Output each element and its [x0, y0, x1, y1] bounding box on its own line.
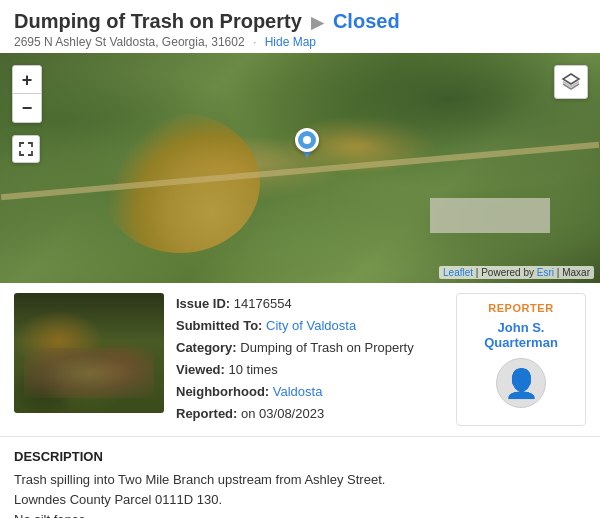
- reporter-avatar: 👤: [496, 358, 546, 408]
- reported-value: on 03/08/2023: [241, 406, 324, 421]
- description-title: DESCRIPTION: [14, 449, 586, 464]
- issue-photo[interactable]: [14, 293, 164, 413]
- map-marker-circle: [295, 128, 319, 152]
- description-section: DESCRIPTION Trash spilling into Two Mile…: [0, 437, 600, 518]
- layers-icon: [561, 72, 581, 92]
- neighborhood-label: Neighborhood:: [176, 384, 269, 399]
- hide-map-link[interactable]: Hide Map: [265, 35, 316, 49]
- page-title-bar: Dumping of Trash on Property ▶ Closed: [14, 10, 586, 33]
- viewed-label: Viewed:: [176, 362, 225, 377]
- issue-id-label: Issue ID:: [176, 296, 230, 311]
- issue-info: Issue ID: 14176554 Submitted To: City of…: [176, 293, 444, 426]
- category-value: Dumping of Trash on Property: [240, 340, 413, 355]
- details-section: Issue ID: 14176554 Submitted To: City of…: [0, 283, 600, 437]
- field-submitted: Submitted To: City of Valdosta: [176, 315, 444, 337]
- issue-id-value: 14176554: [234, 296, 292, 311]
- layers-button[interactable]: [554, 65, 588, 99]
- submitted-label: Submitted To:: [176, 318, 262, 333]
- neighborhood-value-link[interactable]: Valdosta: [273, 384, 323, 399]
- maxar-text: Maxar: [562, 267, 590, 278]
- address-dot: ·: [253, 35, 256, 49]
- issue-title: Dumping of Trash on Property: [14, 10, 302, 32]
- field-viewed: Viewed: 10 times: [176, 359, 444, 381]
- attribution-separator: | Powered by: [476, 267, 537, 278]
- field-neighborhood: Neighborhood: Valdosta: [176, 381, 444, 403]
- leaflet-link[interactable]: Leaflet: [443, 267, 473, 278]
- field-category: Category: Dumping of Trash on Property: [176, 337, 444, 359]
- address-bar: 2695 N Ashley St Valdosta, Georgia, 3160…: [14, 35, 586, 49]
- zoom-in-button[interactable]: +: [13, 66, 41, 94]
- field-issue-id: Issue ID: 14176554: [176, 293, 444, 315]
- esri-link[interactable]: Esri: [537, 267, 554, 278]
- reported-label: Reported:: [176, 406, 237, 421]
- zoom-controls: + −: [12, 65, 42, 123]
- description-text: Trash spilling into Two Mile Branch upst…: [14, 470, 586, 518]
- category-label: Category:: [176, 340, 237, 355]
- fullscreen-icon: [19, 142, 33, 156]
- status-badge: Closed: [333, 10, 400, 32]
- map-attribution: Leaflet | Powered by Esri | Maxar: [439, 266, 594, 279]
- zoom-out-button[interactable]: −: [13, 94, 41, 122]
- map-building: [430, 198, 550, 233]
- map-container: + − Leaflet | Powered by Esri | Maxar: [0, 53, 600, 283]
- map-aerial-bg: [0, 53, 600, 283]
- arrow-separator: ▶: [311, 14, 323, 31]
- fullscreen-button[interactable]: [12, 135, 40, 163]
- viewed-value: 10 times: [229, 362, 278, 377]
- reporter-section-label: REPORTER: [465, 302, 577, 314]
- reporter-box: REPORTER John S. Quarterman 👤: [456, 293, 586, 426]
- reporter-name-link[interactable]: John S. Quarterman: [465, 320, 577, 350]
- avatar-person-icon: 👤: [504, 367, 539, 400]
- field-reported: Reported: on 03/08/2023: [176, 403, 444, 425]
- address-text: 2695 N Ashley St Valdosta, Georgia, 3160…: [14, 35, 245, 49]
- page-header: Dumping of Trash on Property ▶ Closed 26…: [0, 0, 600, 53]
- issue-photo-debris: [24, 348, 154, 398]
- map-marker: [295, 128, 319, 158]
- submitted-value-link[interactable]: City of Valdosta: [266, 318, 356, 333]
